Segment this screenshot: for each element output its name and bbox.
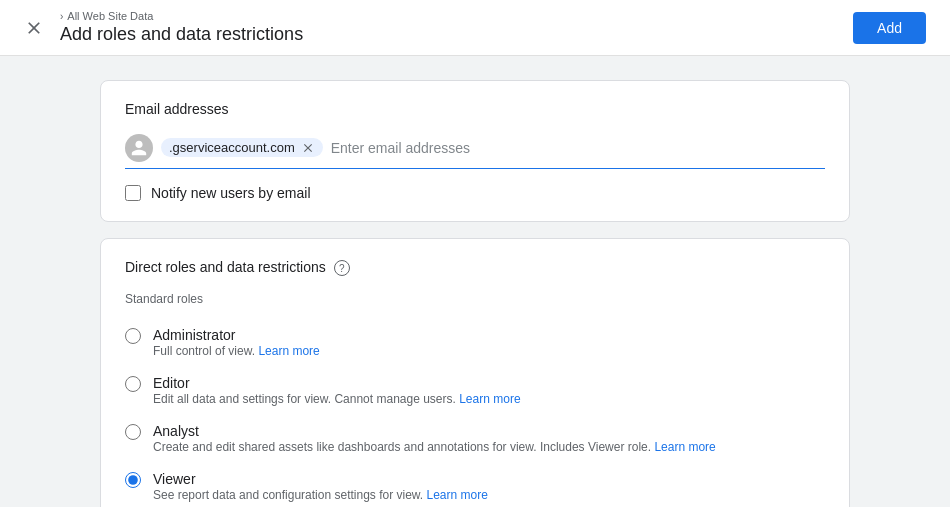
role-info-viewer: Viewer See report data and configuration… xyxy=(153,470,488,502)
learn-more-administrator[interactable]: Learn more xyxy=(258,344,319,358)
role-option-viewer: Viewer See report data and configuration… xyxy=(125,462,825,507)
roles-card: Direct roles and data restrictions ? Sta… xyxy=(100,238,850,507)
header-left: › All Web Site Data Add roles and data r… xyxy=(60,10,303,45)
breadcrumb: › All Web Site Data xyxy=(60,10,303,22)
role-info-analyst: Analyst Create and edit shared assets li… xyxy=(153,422,716,454)
role-desc-editor: Edit all data and settings for view. Can… xyxy=(153,392,521,406)
page-title: Add roles and data restrictions xyxy=(60,24,303,45)
breadcrumb-text: All Web Site Data xyxy=(67,10,153,22)
roles-card-title: Direct roles and data restrictions ? xyxy=(125,259,825,276)
radio-administrator[interactable] xyxy=(125,328,141,344)
role-desc-analyst: Create and edit shared assets like dashb… xyxy=(153,440,716,454)
main-content: Email addresses .gserviceaccount.com Ent… xyxy=(0,56,950,507)
role-name-viewer[interactable]: Viewer xyxy=(153,471,196,487)
role-name-administrator[interactable]: Administrator xyxy=(153,327,235,343)
close-button[interactable] xyxy=(16,10,52,46)
chip-close-button[interactable] xyxy=(301,141,315,155)
role-option-editor: Editor Edit all data and settings for vi… xyxy=(125,366,825,414)
help-icon[interactable]: ? xyxy=(334,260,350,276)
role-name-analyst[interactable]: Analyst xyxy=(153,423,199,439)
page-header: › All Web Site Data Add roles and data r… xyxy=(0,0,950,56)
email-chip: .gserviceaccount.com xyxy=(161,138,323,157)
add-button[interactable]: Add xyxy=(853,12,926,44)
email-chip-text: .gserviceaccount.com xyxy=(169,140,295,155)
user-avatar-icon xyxy=(125,134,153,162)
breadcrumb-chevron: › xyxy=(60,11,63,22)
email-card-title: Email addresses xyxy=(125,101,825,117)
notify-row: Notify new users by email xyxy=(125,185,825,201)
email-input-placeholder[interactable]: Enter email addresses xyxy=(331,140,825,156)
notify-checkbox[interactable] xyxy=(125,185,141,201)
learn-more-analyst[interactable]: Learn more xyxy=(654,440,715,454)
role-info-administrator: Administrator Full control of view. Lear… xyxy=(153,326,320,358)
role-desc-viewer: See report data and configuration settin… xyxy=(153,488,488,502)
role-desc-administrator: Full control of view. Learn more xyxy=(153,344,320,358)
role-option-analyst: Analyst Create and edit shared assets li… xyxy=(125,414,825,462)
notify-label[interactable]: Notify new users by email xyxy=(151,185,311,201)
radio-editor[interactable] xyxy=(125,376,141,392)
email-card: Email addresses .gserviceaccount.com Ent… xyxy=(100,80,850,222)
roles-list: Administrator Full control of view. Lear… xyxy=(125,318,825,507)
role-option-administrator: Administrator Full control of view. Lear… xyxy=(125,318,825,366)
radio-analyst[interactable] xyxy=(125,424,141,440)
learn-more-editor[interactable]: Learn more xyxy=(459,392,520,406)
role-info-editor: Editor Edit all data and settings for vi… xyxy=(153,374,521,406)
email-input-row: .gserviceaccount.com Enter email address… xyxy=(125,133,825,169)
radio-viewer[interactable] xyxy=(125,472,141,488)
learn-more-viewer[interactable]: Learn more xyxy=(427,488,488,502)
standard-roles-label: Standard roles xyxy=(125,292,825,306)
role-name-editor[interactable]: Editor xyxy=(153,375,190,391)
